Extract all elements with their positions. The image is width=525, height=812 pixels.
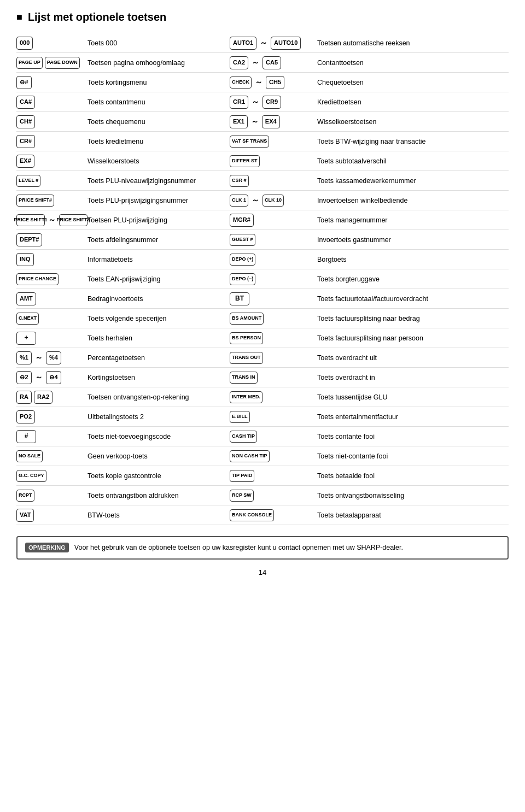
key-button: CR# [16, 135, 35, 148]
desc-right: Toetsen automatische reeksen [317, 39, 509, 47]
desc-left: Uitbetalingstoets 2 [88, 413, 230, 421]
table-row: G.C. COPYToets kopie gastcontroleTIP PAI… [16, 466, 509, 486]
key-button: NO SALE [16, 450, 43, 462]
desc-right: Toets ontvangstbonwisseling [317, 492, 509, 499]
key-col-left: C.NEXT [16, 313, 88, 325]
key-button: + [16, 332, 36, 345]
key-button: PRICE CHANGE [16, 273, 59, 285]
key-button: %1 [16, 351, 32, 364]
key-button: NON CASH TIP [230, 450, 270, 462]
key-button: VAT [16, 509, 34, 522]
desc-right: Toets niet-contante fooi [317, 452, 509, 460]
table-row: CH#Toets chequemenuEX1～EX4Wisselkoerstoe… [16, 112, 509, 132]
key-col-right: TIP PAID [230, 470, 317, 482]
key-button: PRICE SHIFT1 [16, 214, 45, 226]
tilde-symbol: ～ [48, 215, 56, 225]
table-row: PRICE CHANGEToets EAN-prijswijzigingDEPO… [16, 269, 509, 289]
key-col-left: LEVEL # [16, 175, 88, 187]
desc-right: Wisselkoerstoetsen [317, 118, 509, 126]
tilde-symbol: ～ [251, 117, 259, 127]
key-button: EX4 [262, 115, 280, 128]
table-row: DEPT#Toets afdelingsnummerGUEST #Invoert… [16, 230, 509, 250]
table-row: PRICE SHIFT#Toets PLU-prijswijzigingsnum… [16, 191, 509, 210]
desc-right: Contanttoetsen [317, 59, 509, 67]
table-row: EX#WisselkoerstoetsDIFFER STToets subtot… [16, 151, 509, 171]
page-number: 14 [16, 568, 509, 576]
key-col-left: EX# [16, 155, 88, 168]
table-row: %1～%4PercentagetoetsenTRANS OUTToets ove… [16, 348, 509, 368]
key-col-left: RARA2 [16, 391, 88, 404]
key-button: BT [230, 292, 249, 305]
key-col-left: ⊖2～⊖4 [16, 371, 88, 384]
key-col-left: PRICE SHIFT1～PRICE SHIFT3 [16, 214, 88, 226]
desc-left: Toets PLU-niveauwijzigingsnummer [88, 177, 230, 185]
key-button: INQ [16, 253, 34, 266]
desc-left: Toets PLU-prijswijzigingsnummer [88, 197, 230, 204]
key-col-right: CSR # [230, 175, 317, 187]
key-button: %4 [46, 351, 61, 364]
desc-right: Toets overdracht in [317, 374, 509, 381]
key-col-right: CASH TIP [230, 431, 317, 443]
key-col-right: CR1～CR9 [230, 96, 317, 109]
key-button: PRICE SHIFT3 [59, 214, 88, 226]
key-col-right: CA2～CA5 [230, 56, 317, 69]
key-button: LEVEL # [16, 175, 40, 187]
desc-left: Toetsen pagina omhoog/omlaag [88, 59, 230, 67]
key-col-right: CLK 1～CLK 10 [230, 195, 317, 207]
key-button: DEPO (+) [230, 254, 255, 266]
note-text: Voor het gebruik van de optionele toetse… [74, 543, 403, 553]
key-button: TIP PAID [230, 470, 254, 482]
table-row: RCPTToets ontvangstbon afdrukkenRCP SWTo… [16, 486, 509, 505]
table-row: INQInformatietoetsDEPO (+)Borgtoets [16, 250, 509, 269]
desc-left: Toets afdelingsnummer [88, 236, 230, 244]
desc-left: Toets ontvangstbon afdrukken [88, 492, 230, 499]
key-col-right: RCP SW [230, 490, 317, 502]
key-button: ⊖# [16, 76, 32, 89]
note-label: OPMERKING [25, 543, 69, 552]
desc-left: Toets kredietmenu [88, 138, 230, 145]
desc-right: Toets subtotaalverschil [317, 157, 509, 165]
key-button: AUTO1 [230, 37, 256, 50]
key-col-left: %1～%4 [16, 351, 88, 364]
key-col-left: AMT [16, 292, 88, 305]
table-row: NO SALEGeen verkoop-toetsNON CASH TIPToe… [16, 446, 509, 466]
key-col-left: VAT [16, 509, 88, 522]
key-button: MGR# [230, 214, 254, 227]
desc-left: Toetsen PLU-prijswijziging [88, 216, 230, 224]
desc-right: Toets factuurtotaal/factuuroverdracht [317, 295, 509, 303]
key-button: DIFFER ST [230, 155, 260, 167]
key-col-left: PO2 [16, 410, 88, 423]
key-button: CR9 [262, 96, 281, 109]
key-button: CHECK [230, 77, 252, 89]
key-col-left: PAGE UPPAGE DOWN [16, 57, 88, 69]
key-button: # [16, 430, 36, 443]
desc-left: Toets niet-toevoegingscode [88, 433, 230, 440]
tilde-symbol: ～ [35, 373, 43, 383]
table-row: C.NEXTToets volgende specerijenBS AMOUNT… [16, 309, 509, 328]
key-col-left: 000 [16, 37, 88, 50]
key-button: C.NEXT [16, 313, 39, 325]
key-button: CLK 1 [230, 195, 248, 207]
key-button: E.BILL [230, 411, 250, 423]
key-col-right: EX1～EX4 [230, 115, 317, 128]
key-col-right: INTER MED. [230, 391, 317, 403]
desc-left: Toets kopie gastcontrole [88, 472, 230, 480]
desc-right: Toets betaalapparaat [317, 511, 509, 519]
key-button: VAT SF TRANS [230, 136, 269, 148]
table-row: AMTBedraginvoertoetsBTToets factuurtotaa… [16, 289, 509, 309]
key-button: ⊖2 [16, 371, 32, 384]
table-row: PO2Uitbetalingstoets 2E.BILLToets entert… [16, 407, 509, 427]
key-button: CA2 [230, 56, 248, 69]
table-row: ⊖2～⊖4KortingstoetsenTRANS INToets overdr… [16, 368, 509, 387]
tilde-symbol: ～ [255, 78, 262, 87]
key-button: CA# [16, 96, 35, 109]
key-col-right: E.BILL [230, 411, 317, 423]
key-button: DEPO (−) [230, 273, 255, 285]
key-col-left: # [16, 430, 88, 443]
key-col-right: BS AMOUNT [230, 313, 317, 325]
desc-left: Percentagetoetsen [88, 354, 230, 362]
desc-left: Toets 000 [88, 39, 230, 47]
desc-left: BTW-toets [88, 511, 230, 519]
key-col-right: GUEST # [230, 234, 317, 246]
key-button: RA [16, 391, 32, 404]
